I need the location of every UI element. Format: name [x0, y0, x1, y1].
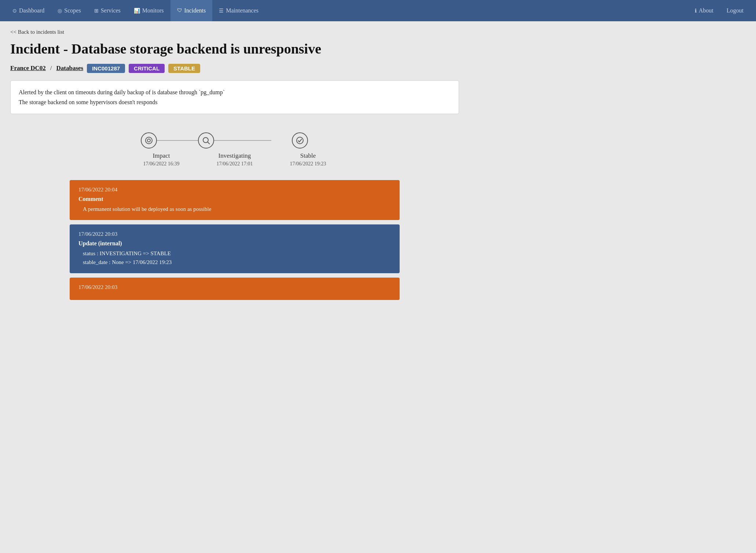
event-1-timestamp: 17/06/2022 20:04	[78, 187, 391, 193]
event-2-line-2: stable_date : None => 17/06/2022 19:23	[83, 258, 391, 267]
investigating-date: 17/06/2022 17:01	[216, 161, 253, 167]
timeline: Impact 17/06/2022 16:39 Investigating 17…	[10, 125, 459, 167]
event-card-update: 17/06/2022 20:03 Update (internal) statu…	[70, 224, 400, 273]
timeline-step-investigating: Investigating 17/06/2022 17:01	[198, 132, 271, 167]
badges-row: France DC02 / Databases INC001287 CRITIC…	[10, 64, 459, 73]
nav-scopes[interactable]: ◎ Scopes	[51, 0, 87, 21]
timeline-step-impact: Impact 17/06/2022 16:39	[125, 132, 198, 167]
status-badge: STABLE	[168, 64, 200, 73]
event-3-timestamp: 17/06/2022 20:03	[78, 284, 391, 290]
event-1-content: A permanent solution will be deployed as…	[78, 205, 391, 213]
services-icon: ⊞	[94, 8, 99, 14]
svg-point-4	[297, 137, 303, 144]
scope-sep: /	[50, 65, 52, 72]
timeline-icon-row-2	[198, 132, 271, 149]
impact-label: Impact	[153, 152, 170, 160]
desc-line-1: Alerted by the client on timeouts during…	[19, 87, 451, 97]
nav-about[interactable]: ℹ About	[688, 0, 720, 21]
maintenances-icon: ☰	[219, 8, 224, 14]
timeline-icon-row-1	[125, 132, 198, 149]
incidents-icon: 🛡	[177, 8, 182, 14]
severity-badge: CRITICAL	[129, 64, 165, 73]
nav-services-label: Services	[101, 7, 121, 14]
navigation: ⊙ Dashboard ◎ Scopes ⊞ Services 📊 Monito…	[0, 0, 756, 21]
timeline-line-1	[157, 140, 198, 141]
impact-icon	[141, 132, 157, 149]
event-2-timestamp: 17/06/2022 20:03	[78, 231, 391, 237]
event-2-line-1: status : INVESTIGATING => STABLE	[83, 249, 391, 258]
event-1-line-1: A permanent solution will be deployed as…	[83, 205, 391, 213]
main-content: << Back to incidents list Incident - Dat…	[0, 21, 469, 312]
svg-point-0	[146, 137, 152, 144]
description-box: Alerted by the client on timeouts during…	[10, 80, 459, 114]
timeline-icon-row-3	[271, 132, 345, 149]
stable-icon	[292, 132, 308, 149]
investigating-icon	[198, 132, 214, 149]
nav-maintenances-label: Maintenances	[226, 7, 258, 14]
nav-logout[interactable]: Logout	[720, 0, 750, 21]
event-card-comment2: 17/06/2022 20:03	[70, 278, 400, 300]
scopes-icon: ◎	[58, 8, 62, 14]
stable-date: 17/06/2022 19:23	[290, 161, 326, 167]
nav-monitors-label: Monitors	[142, 7, 164, 14]
investigating-label: Investigating	[219, 152, 251, 160]
impact-date: 17/06/2022 16:39	[143, 161, 179, 167]
nav-dashboard[interactable]: ⊙ Dashboard	[6, 0, 51, 21]
nav-logout-label: Logout	[727, 7, 744, 14]
scope-link[interactable]: France DC02	[10, 65, 46, 72]
events-list: 17/06/2022 20:04 Comment A permanent sol…	[70, 180, 400, 304]
nav-about-label: About	[699, 7, 713, 14]
service-link[interactable]: Databases	[56, 65, 84, 72]
stable-label: Stable	[300, 152, 316, 160]
svg-line-3	[208, 142, 210, 144]
nav-left: ⊙ Dashboard ◎ Scopes ⊞ Services 📊 Monito…	[6, 0, 688, 21]
nav-maintenances[interactable]: ☰ Maintenances	[212, 0, 265, 21]
event-1-type: Comment	[78, 196, 391, 202]
event-2-content: status : INVESTIGATING => STABLE stable_…	[78, 249, 391, 267]
nav-monitors[interactable]: 📊 Monitors	[127, 0, 170, 21]
desc-line-2: The storage backend on some hypervisors …	[19, 97, 451, 107]
nav-incidents[interactable]: 🛡 Incidents	[170, 0, 213, 21]
about-icon: ℹ	[695, 8, 697, 14]
event-2-type: Update (internal)	[78, 240, 391, 247]
timeline-line-2	[214, 140, 271, 141]
timeline-step-stable: Stable 17/06/2022 19:23	[271, 132, 345, 167]
back-link[interactable]: << Back to incidents list	[10, 29, 64, 35]
nav-dashboard-label: Dashboard	[19, 7, 44, 14]
incident-id-badge: INC001287	[87, 64, 125, 73]
nav-scopes-label: Scopes	[64, 7, 81, 14]
nav-services[interactable]: ⊞ Services	[88, 0, 127, 21]
nav-right: ℹ About Logout	[688, 0, 750, 21]
svg-point-1	[147, 139, 150, 142]
dashboard-icon: ⊙	[12, 8, 17, 14]
svg-point-2	[203, 138, 208, 143]
incident-title: Incident - Database storage backend is u…	[10, 41, 459, 57]
nav-incidents-label: Incidents	[184, 7, 206, 14]
monitors-icon: 📊	[134, 8, 140, 14]
event-card-comment: 17/06/2022 20:04 Comment A permanent sol…	[70, 180, 400, 220]
